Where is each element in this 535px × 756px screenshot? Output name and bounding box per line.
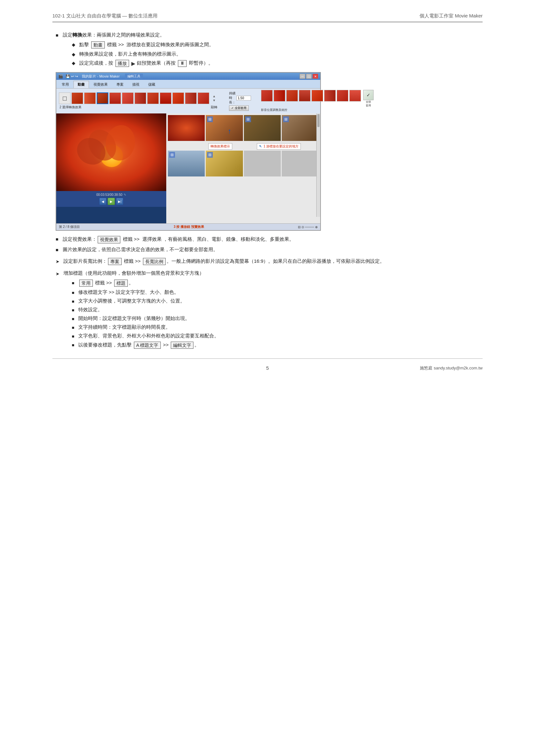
bullet-home-title: 常用 標籤 >> 標題。 bbox=[72, 280, 479, 287]
animation-tab-box: 動畫 bbox=[91, 41, 105, 48]
bullet-edit-title: 以後要修改標題，先點擊 A 標題文字 >> 編輯文字。 bbox=[72, 342, 479, 349]
play-button[interactable]: ▶ bbox=[108, 198, 115, 205]
titlebar-left: 🎬 💾 ↩ ↪ 我的影片 - Movie Maker 編輯工具 bbox=[58, 74, 143, 79]
section-aspect-ratio: 設定影片長寬比例：專案 標籤 >> 長寬比例。一般上傳網路的影片須設定為寬螢幕（… bbox=[56, 258, 479, 265]
ribbon-tabs: 常用 動畫 視覺效果 專案 描視 儲藏 bbox=[56, 80, 320, 89]
tab-visual-effects[interactable]: 視覺效果 bbox=[89, 81, 112, 88]
tab-storage[interactable]: 儲藏 bbox=[144, 81, 159, 88]
transition-5[interactable] bbox=[122, 93, 134, 104]
thumb-1 bbox=[168, 115, 205, 141]
zoom-slider[interactable]: ──── bbox=[305, 225, 314, 229]
bullet-special-effects: 特效設定。 bbox=[72, 307, 479, 313]
transition-title-text: 設定轉換效果：兩張圖片之間的轉場效果設定。 bbox=[63, 32, 165, 38]
transition-icon-6: ⊞ bbox=[207, 152, 213, 158]
duration-input[interactable] bbox=[237, 96, 251, 100]
bullet-modify-title-text: 修改標題文字 >> 設定文字字型、大小、顏色。 bbox=[72, 289, 479, 295]
scroll-arrows[interactable]: ▲ ▼ bbox=[210, 93, 218, 104]
window-title: 我的影片 - Movie Maker bbox=[82, 74, 120, 79]
project-tab-box: 專案 bbox=[108, 258, 122, 265]
step3-label: 3 按 播放鈕 預覽效果 bbox=[174, 225, 204, 229]
page-container: 102-1 文山社大 自由自在學電腦 — 數位生活應用 個人電影工作室 Movi… bbox=[33, 0, 502, 390]
right-icon-4[interactable] bbox=[299, 90, 311, 101]
storyboard-row2: ⊞ ⊞ bbox=[166, 149, 320, 178]
header-left: 102-1 文山社大 自由自在學電腦 — 數位生活應用 bbox=[52, 13, 157, 19]
preview-panel: 00:03:53/00:38:50 ✎ ◀ ▶ ▶| bbox=[56, 114, 166, 223]
transition-3-selected[interactable] bbox=[97, 93, 108, 104]
scrollbar-thumb[interactable] bbox=[317, 114, 320, 127]
ribbon-sub-label: 顯轉 bbox=[211, 105, 217, 110]
transition-1[interactable] bbox=[71, 93, 83, 104]
playback-box: 播放 bbox=[116, 60, 129, 67]
ribbon-select-label: 2 選擇轉換效果 bbox=[60, 105, 81, 110]
scrollbar[interactable] bbox=[316, 114, 320, 217]
tab-view[interactable]: 描視 bbox=[128, 81, 144, 88]
timecode-display: 00:03:53/00:38:50 ✎ bbox=[97, 193, 127, 197]
transition-none[interactable]: □ bbox=[59, 93, 70, 104]
right-group-label: 影音位置調整及統控 bbox=[261, 108, 374, 112]
right-icon-1[interactable] bbox=[261, 90, 273, 101]
thumb-7-empty bbox=[244, 150, 281, 176]
right-icon-5[interactable] bbox=[312, 90, 323, 101]
duration-label: 持續時長： bbox=[229, 91, 236, 105]
zoom-icon-3[interactable]: ⊕ bbox=[315, 225, 318, 229]
apply-all-button[interactable]: ✓ 全部套用 bbox=[229, 105, 249, 111]
transition-10[interactable] bbox=[185, 93, 197, 104]
page-header: 102-1 文山社大 自由自在學電腦 — 數位生活應用 個人電影工作室 Movi… bbox=[52, 13, 483, 22]
right-icon-2[interactable] bbox=[274, 90, 285, 101]
transition-6[interactable] bbox=[134, 93, 146, 104]
transition-label: 轉換效果標示 bbox=[208, 143, 232, 149]
transition-icon-3: ⊞ bbox=[245, 116, 251, 122]
full-apply-icon[interactable]: ✓ bbox=[363, 90, 374, 100]
zoom-icon-2[interactable]: ⊙ bbox=[301, 225, 304, 229]
prev-frame-button[interactable]: ◀ bbox=[99, 198, 106, 205]
duration-controls: 持續時長： ✓ 全部套用 bbox=[229, 91, 252, 111]
cursor-label: ↖ 1 游標放在要設定的地方 bbox=[257, 143, 301, 149]
status-bar: 第 2 / 8 個項目 3 按 播放鈕 預覽效果 ⊟ ⊙ ──── ⊕ bbox=[56, 223, 320, 230]
close-button[interactable]: ✕ bbox=[312, 74, 318, 79]
right-icons-row: ✓ 全部套用 bbox=[261, 90, 374, 107]
header-right: 個人電影工作室 Movie Maker bbox=[419, 13, 483, 19]
ribbon-content: □ bbox=[56, 89, 320, 114]
tab-project[interactable]: 專案 bbox=[112, 81, 128, 88]
next-frame-button[interactable]: ▶| bbox=[116, 198, 123, 205]
tab-animation[interactable]: 動畫 bbox=[73, 81, 89, 88]
bullet-click-animation: 點擊 動畫 標籤 >> 游標放在要設定轉換效果的兩張圖之間。 bbox=[72, 41, 479, 48]
transition-2[interactable] bbox=[84, 93, 96, 104]
full-apply-group: ✓ 全部套用 bbox=[363, 90, 374, 107]
zoom-icon-1[interactable]: ⊟ bbox=[298, 225, 300, 229]
arrow-indicator: ↑ bbox=[228, 127, 231, 135]
item-count: 第 2 / 8 個項目 bbox=[59, 225, 80, 229]
author-info: 施慜庭 sandy.study@m2k.com.tw bbox=[420, 365, 483, 371]
maximize-button[interactable]: □ bbox=[306, 74, 312, 79]
window-quick-access: 💾 ↩ ↪ bbox=[66, 74, 78, 79]
transition-8[interactable] bbox=[160, 93, 171, 104]
thumb-5: ⊞ bbox=[168, 150, 205, 176]
main-area: 00:03:53/00:38:50 ✎ ◀ ▶ ▶| bbox=[56, 114, 320, 223]
bold-text: 轉換 bbox=[72, 32, 82, 38]
transition-4[interactable] bbox=[109, 93, 121, 104]
transition-7[interactable] bbox=[147, 93, 159, 104]
tab-home[interactable]: 常用 bbox=[58, 81, 73, 88]
transition-icon-5: ⊞ bbox=[169, 152, 175, 158]
titlebar: 🎬 💾 ↩ ↪ 我的影片 - Movie Maker 編輯工具 ─ □ ✕ bbox=[56, 73, 320, 80]
bullet-visual-effect: 設定視覺效果：視覺效果 標籤 >> 選擇效果 ，有藝術風格、黑白、電影、鏡像、移… bbox=[56, 236, 479, 243]
visual-effect-tab-box: 視覺效果 bbox=[98, 236, 120, 243]
title-text-box: A 標題文字 bbox=[134, 342, 160, 349]
minimize-button[interactable]: ─ bbox=[299, 74, 305, 79]
timecode-icon[interactable]: ✎ bbox=[124, 193, 126, 197]
zoom-controls: ⊟ ⊙ ──── ⊕ bbox=[298, 225, 318, 229]
right-icon-3[interactable] bbox=[286, 90, 298, 101]
bullet-color-settings: 文字色彩、背景色彩、外框大小和外框色彩的設定需要互相配合。 bbox=[72, 333, 479, 339]
transition-9[interactable] bbox=[172, 93, 184, 104]
right-ribbon-group: ✓ 全部套用 影音位置調整及統控 bbox=[261, 90, 374, 112]
right-icon-7[interactable] bbox=[337, 90, 348, 101]
bullet-start-time: 開始時間：設定標題文字何時（第幾秒）開始出現。 bbox=[72, 315, 479, 322]
bullet-text-size: 文字大小調整後，可調整文字方塊的大小、位置。 bbox=[72, 298, 479, 304]
right-icon-8[interactable] bbox=[349, 90, 361, 101]
right-icon-6[interactable] bbox=[324, 90, 336, 101]
transition-11[interactable] bbox=[198, 93, 209, 104]
transition-icon-2: ⊞ bbox=[207, 116, 213, 122]
duration-row: 持續時長： bbox=[229, 91, 252, 105]
section-add-title: 增加標題（使用此功能時，會額外增加一個黑色背景和文字方塊） 常用 標籤 >> 標… bbox=[56, 270, 479, 349]
bullet-add-title-header: 增加標題（使用此功能時，會額外增加一個黑色背景和文字方塊） bbox=[56, 270, 479, 276]
